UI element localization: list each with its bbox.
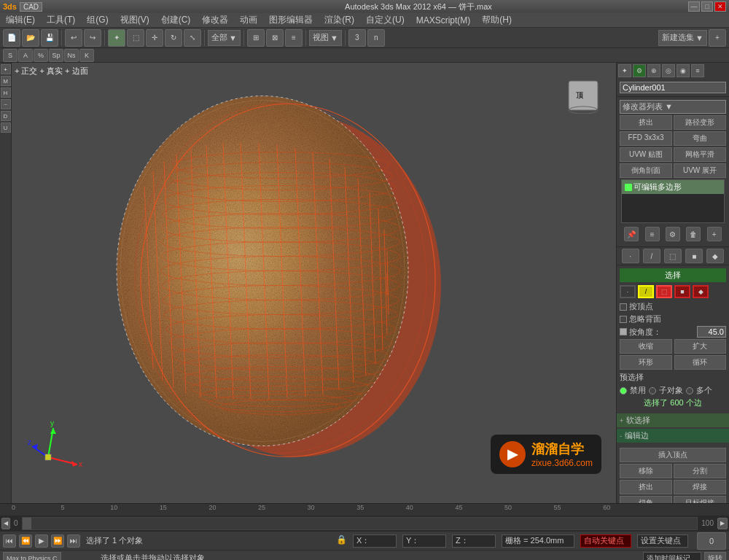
hierarchy-tab[interactable]: H xyxy=(1,88,11,98)
y-coord-field[interactable]: Y： xyxy=(402,534,446,548)
menu-customize[interactable]: 自定义(U) xyxy=(363,14,408,26)
mod-btn-extrude[interactable]: 挤出 xyxy=(620,115,672,130)
border-icon[interactable]: ⬚ xyxy=(656,285,672,298)
radio-multi[interactable] xyxy=(686,387,693,394)
select-region-button[interactable]: ⬚ xyxy=(127,29,144,47)
modifier-stack[interactable]: 可编辑多边形 xyxy=(621,179,725,223)
by-vertex-checkbox[interactable] xyxy=(620,303,627,311)
object-name-input[interactable] xyxy=(620,82,726,93)
x-coord-field[interactable]: X： xyxy=(353,534,397,548)
mod-btn-bevel[interactable]: 倒角剖面 xyxy=(620,163,672,178)
ring-button[interactable]: 环形 xyxy=(620,355,672,370)
menu-view[interactable]: 视图(V) xyxy=(117,14,152,26)
ignore-backface-checkbox[interactable] xyxy=(620,316,627,323)
split-button[interactable]: 分割 xyxy=(674,464,726,478)
last-frame[interactable]: ⏭ xyxy=(67,534,80,548)
next-frame[interactable]: ⏩ xyxy=(51,534,64,548)
configure-btn[interactable]: ⚙ xyxy=(666,227,680,241)
angle-input[interactable] xyxy=(697,326,726,338)
modifier-list-dropdown[interactable]: 修改器列表 ▼ xyxy=(620,100,726,114)
add-time-tag[interactable]: 添加时间标记 xyxy=(643,552,701,561)
render-setup-button[interactable]: 3 xyxy=(348,29,366,47)
active-modifier-item[interactable]: 可编辑多边形 xyxy=(622,180,724,194)
utilities-tab[interactable]: U xyxy=(1,122,11,133)
angle-snap[interactable]: A xyxy=(18,49,33,62)
motion-panel-btn[interactable]: ◎ xyxy=(662,64,675,77)
prev-frame[interactable]: ⏪ xyxy=(19,534,32,548)
grow-button[interactable]: 扩大 xyxy=(674,339,727,354)
polygon-icon[interactable]: ■ xyxy=(674,285,690,298)
border-level-btn[interactable]: ⬚ xyxy=(664,249,682,263)
mod-btn-path-deform[interactable]: 路径变形 xyxy=(674,115,726,130)
snap-toggle[interactable]: S xyxy=(3,49,17,62)
frame-number-input[interactable]: 0 xyxy=(697,532,726,550)
display-tab[interactable]: D xyxy=(1,111,11,121)
edge-icon[interactable]: / xyxy=(638,285,654,298)
new-button[interactable]: 📄 xyxy=(3,29,20,47)
redo-button[interactable]: ↪ xyxy=(84,29,101,47)
display-panel-btn[interactable]: ◉ xyxy=(677,64,690,77)
vertex-icon[interactable]: · xyxy=(620,285,636,298)
menu-help[interactable]: 帮助(H) xyxy=(479,14,515,26)
create-tab[interactable]: + xyxy=(1,64,11,74)
vertex-level-btn[interactable]: · xyxy=(622,249,639,263)
mod-btn-uvw-unwrap[interactable]: UVW 展开 xyxy=(674,163,726,178)
named-selection-dropdown[interactable]: 新建选集▼ xyxy=(658,30,707,46)
named-selection[interactable]: Ns xyxy=(64,49,79,62)
undo-button[interactable]: ↩ xyxy=(65,29,82,47)
selection-filter-dropdown[interactable]: 全部▼ xyxy=(208,30,241,46)
angle-checkbox[interactable] xyxy=(620,328,627,335)
mod-btn-bend[interactable]: 弯曲 xyxy=(674,131,726,146)
pin-stack-btn[interactable]: 📌 xyxy=(624,227,639,241)
radio-disable[interactable] xyxy=(620,387,627,394)
create-selection-set[interactable]: + xyxy=(709,29,726,47)
menu-create[interactable]: 创建(C) xyxy=(158,14,194,26)
polygon-level-btn[interactable]: ■ xyxy=(685,249,703,263)
element-level-btn[interactable]: ◆ xyxy=(706,249,724,263)
viewport[interactable]: + 正交 + 真实 + 边面 xyxy=(12,63,616,503)
timeline-right-btn[interactable]: ▶ xyxy=(717,518,728,529)
modify-panel-btn[interactable]: ⚙ xyxy=(633,64,646,77)
max-to-physics-btn[interactable]: Max to Physics C xyxy=(3,552,61,561)
edge-level-btn[interactable]: / xyxy=(643,249,660,263)
select-button[interactable]: ✦ xyxy=(108,29,125,47)
timeline-left-btn[interactable]: ◀ xyxy=(1,518,10,529)
lock-icon[interactable]: 🔒 xyxy=(336,534,347,548)
element-icon[interactable]: ◆ xyxy=(693,285,709,298)
save-button[interactable]: 💾 xyxy=(41,29,58,47)
layer-button[interactable]: ≡ xyxy=(285,29,303,47)
z-coord-field[interactable]: Z： xyxy=(452,534,496,548)
keyboard-shortcut[interactable]: K xyxy=(79,49,94,62)
modify-tab[interactable]: M xyxy=(1,76,11,86)
close-button[interactable]: ✕ xyxy=(714,1,726,12)
maximize-button[interactable]: □ xyxy=(701,1,713,12)
play-anim-btn[interactable]: ▶ xyxy=(35,534,48,548)
radio-subobject[interactable] xyxy=(649,387,656,394)
percent-snap[interactable]: % xyxy=(34,49,48,62)
view-dropdown[interactable]: 视图▼ xyxy=(309,30,342,46)
render-button[interactable]: n xyxy=(367,29,385,47)
set-key-btn[interactable]: 设置关键点 xyxy=(637,534,688,548)
menu-animation[interactable]: 动画 xyxy=(237,14,260,26)
shrink-button[interactable]: 收缩 xyxy=(620,339,672,354)
rotate-button[interactable]: ↻ xyxy=(165,29,182,47)
menu-group[interactable]: 组(G) xyxy=(84,14,111,26)
mod-btn-uvw[interactable]: UVW 贴图 xyxy=(620,147,672,162)
menu-tools[interactable]: 工具(T) xyxy=(44,14,78,26)
menu-graph-editor[interactable]: 图形编辑器 xyxy=(266,14,316,26)
play-button[interactable]: ⏮ xyxy=(3,534,16,548)
menu-maxscript[interactable]: MAXScript(M) xyxy=(413,15,474,26)
move-button[interactable]: ✛ xyxy=(146,29,163,47)
scale-button[interactable]: ⤡ xyxy=(184,29,201,47)
align-button[interactable]: ⊠ xyxy=(266,29,284,47)
rotate-display-btn[interactable]: 旋转 xyxy=(704,552,726,561)
minimize-button[interactable]: — xyxy=(688,1,700,12)
timeline-track[interactable] xyxy=(22,517,698,530)
mod-btn-ffd[interactable]: FFD 3x3x3 xyxy=(620,131,672,146)
soft-selection-collapse[interactable]: + 软选择 xyxy=(617,413,729,427)
remove-button[interactable]: 移除 xyxy=(620,464,672,478)
utilities-panel-btn[interactable]: ≡ xyxy=(691,64,704,77)
open-button[interactable]: 📂 xyxy=(22,29,39,47)
spinner-snap[interactable]: Sp xyxy=(49,49,63,62)
hierarchy-panel-btn[interactable]: ⊕ xyxy=(647,64,660,77)
